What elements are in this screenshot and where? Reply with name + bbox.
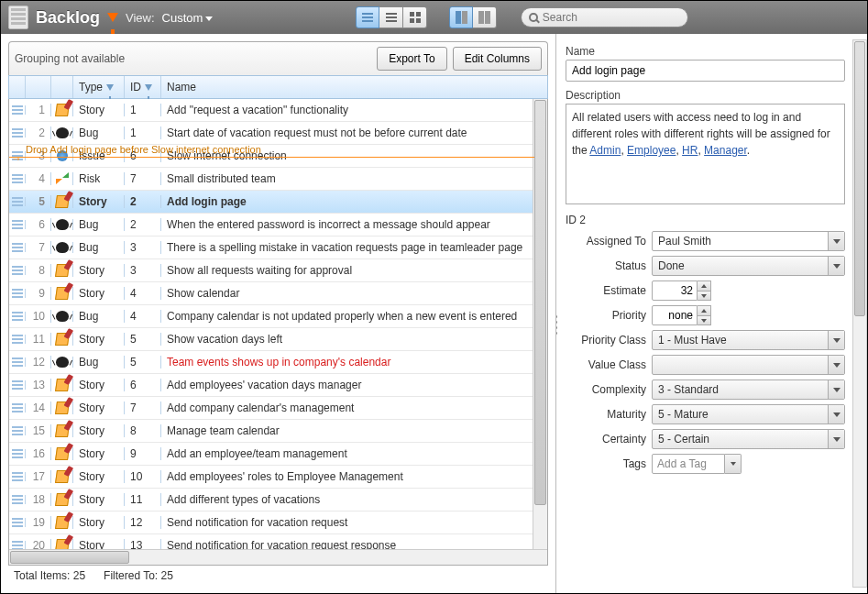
list-view-button[interactable] bbox=[356, 6, 379, 28]
details-scrollbar[interactable] bbox=[852, 39, 867, 588]
row-id: 6 bbox=[125, 379, 161, 391]
col-name[interactable]: Name bbox=[161, 76, 547, 98]
scroll-thumb[interactable] bbox=[534, 100, 546, 505]
table-row[interactable]: 11Story5Show vacation days left bbox=[9, 328, 547, 351]
row-number: 15 bbox=[26, 424, 51, 437]
table-row[interactable]: 19Story12Send notification for vacation … bbox=[9, 512, 547, 534]
drag-handle-icon[interactable] bbox=[12, 174, 23, 183]
table-row[interactable]: 8Story3Show all requests waiting for app… bbox=[9, 259, 547, 282]
spin-down-icon[interactable] bbox=[698, 315, 710, 324]
drag-handle-icon[interactable] bbox=[12, 449, 23, 458]
status-select[interactable]: Done bbox=[652, 256, 845, 276]
col-number[interactable] bbox=[26, 76, 51, 98]
estimate-spinner[interactable] bbox=[652, 280, 711, 301]
table-row[interactable]: 17Story10Add employees' roles to Employe… bbox=[9, 466, 547, 489]
drag-handle-icon[interactable] bbox=[12, 403, 23, 412]
drag-handle-icon[interactable] bbox=[12, 495, 23, 504]
drag-handle-icon[interactable] bbox=[12, 220, 23, 229]
col-handle[interactable] bbox=[9, 76, 26, 98]
row-id: 3 bbox=[125, 241, 161, 254]
table-row[interactable]: 7Bug3There is a spelling mistake in vaca… bbox=[9, 236, 547, 259]
drag-handle-icon[interactable] bbox=[12, 472, 23, 481]
row-type: Story bbox=[73, 516, 125, 529]
drag-handle-icon[interactable] bbox=[12, 243, 23, 252]
assigned-select[interactable]: Paul Smith bbox=[652, 231, 845, 251]
table-row[interactable]: 2Bug1Start date of vacation request must… bbox=[9, 122, 547, 145]
value-class-select[interactable] bbox=[652, 355, 845, 375]
table-row[interactable]: 9Story4Show calendar bbox=[9, 282, 547, 305]
drag-handle-icon[interactable] bbox=[12, 105, 23, 115]
col-icon[interactable] bbox=[51, 76, 73, 98]
drag-handle-icon[interactable] bbox=[12, 426, 23, 435]
priority-class-select[interactable]: 1 - Must Have bbox=[652, 330, 845, 350]
table-row[interactable]: 15Story8Manage team calendar bbox=[9, 420, 547, 443]
full-layout-button[interactable] bbox=[473, 6, 497, 28]
drag-handle-icon[interactable] bbox=[12, 358, 23, 367]
certainty-select[interactable]: 5 - Certain bbox=[652, 429, 845, 449]
view-dropdown[interactable]: Custom bbox=[162, 11, 214, 25]
link-hr[interactable]: HR bbox=[682, 144, 698, 157]
table-row[interactable]: 14Story7Add company calendar's managemen… bbox=[9, 397, 547, 420]
estimate-input[interactable] bbox=[652, 280, 698, 301]
horizontal-scrollbar[interactable] bbox=[9, 549, 547, 565]
tags-input[interactable]: Add a Tag bbox=[652, 454, 725, 474]
drag-handle-icon[interactable] bbox=[12, 289, 23, 298]
search-input[interactable] bbox=[543, 11, 681, 24]
priority-input[interactable] bbox=[652, 305, 698, 325]
scroll-thumb[interactable] bbox=[10, 551, 129, 564]
row-name: Company calendar is not updated properly… bbox=[161, 310, 547, 323]
spin-down-icon[interactable] bbox=[698, 291, 710, 300]
view-label: View: bbox=[126, 11, 155, 25]
priority-spinner[interactable] bbox=[652, 305, 711, 325]
table-row[interactable]: 18Story11Add different types of vacation… bbox=[9, 489, 547, 512]
row-number: 6 bbox=[26, 218, 51, 231]
col-id[interactable]: ID bbox=[125, 76, 161, 98]
row-number: 7 bbox=[26, 241, 51, 254]
link-manager[interactable]: Manager bbox=[704, 144, 747, 157]
search-box[interactable] bbox=[521, 7, 688, 28]
link-admin[interactable]: Admin bbox=[589, 144, 621, 157]
drag-handle-icon[interactable] bbox=[12, 197, 23, 206]
spin-up-icon[interactable] bbox=[698, 281, 710, 291]
table-row[interactable]: 12Bug5Team events shows up in company's … bbox=[9, 351, 547, 374]
description-box[interactable]: All related users with access need to lo… bbox=[566, 104, 845, 204]
maturity-select[interactable]: 5 - Mature bbox=[652, 404, 845, 424]
name-input[interactable] bbox=[566, 60, 845, 82]
drag-handle-icon[interactable] bbox=[12, 380, 23, 390]
drag-handle-icon[interactable] bbox=[12, 128, 23, 138]
filter-icon[interactable] bbox=[106, 84, 114, 91]
tree-view-button[interactable] bbox=[403, 6, 427, 28]
export-button[interactable]: Export To bbox=[377, 47, 446, 71]
table-row[interactable]: 13Story6Add employees' vacation days man… bbox=[9, 374, 547, 397]
chevron-down-icon bbox=[205, 16, 213, 21]
table-row[interactable]: 4Risk7Small distributed team bbox=[9, 168, 547, 191]
table-row[interactable]: 10Bug4Company calendar is not updated pr… bbox=[9, 305, 547, 328]
col-type[interactable]: Type bbox=[73, 76, 125, 98]
drag-handle-icon[interactable] bbox=[12, 335, 23, 344]
row-number: 8 bbox=[26, 264, 51, 277]
edit-columns-button[interactable]: Edit Columns bbox=[453, 47, 542, 71]
splitter-handle[interactable] bbox=[555, 314, 559, 336]
complexity-select[interactable]: 3 - Standard bbox=[652, 380, 845, 400]
drag-handle-icon[interactable] bbox=[12, 266, 23, 275]
table-row[interactable]: 1Story1Add "request a vacation" function… bbox=[9, 99, 547, 122]
vertical-scrollbar[interactable] bbox=[533, 99, 547, 549]
drag-handle-icon[interactable] bbox=[12, 518, 23, 527]
spin-up-icon[interactable] bbox=[698, 306, 710, 315]
scroll-thumb[interactable] bbox=[854, 41, 865, 316]
filter-icon[interactable] bbox=[107, 13, 118, 22]
row-number: 10 bbox=[26, 310, 51, 323]
compact-view-button[interactable] bbox=[379, 6, 403, 28]
row-id: 10 bbox=[125, 470, 161, 483]
table-row[interactable]: 5Story2Add login page bbox=[9, 191, 547, 214]
tags-dropdown-button[interactable] bbox=[725, 454, 742, 474]
drag-handle-icon[interactable] bbox=[12, 312, 23, 321]
table-row[interactable]: 16Story9Add an employee/team management bbox=[9, 443, 547, 466]
table-row[interactable]: 6Bug2When the entered password is incorr… bbox=[9, 214, 547, 236]
row-type: Bug bbox=[73, 218, 125, 231]
filter-icon[interactable] bbox=[145, 84, 152, 91]
row-number: 5 bbox=[26, 195, 51, 208]
link-employee[interactable]: Employee bbox=[627, 144, 676, 157]
split-layout-button[interactable] bbox=[449, 6, 473, 28]
drop-hint-text: Drop Add login page before Slow internet… bbox=[26, 144, 261, 155]
